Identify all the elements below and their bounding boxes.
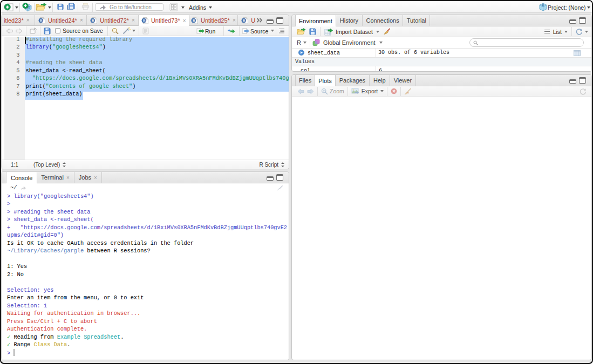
svg-text:R: R (40, 18, 43, 22)
svg-text:R: R (541, 3, 544, 8)
svg-text:R: R (143, 18, 146, 22)
svg-text:R: R (243, 18, 246, 22)
svg-text:R: R (193, 18, 195, 22)
svg-text:R: R (92, 18, 94, 22)
